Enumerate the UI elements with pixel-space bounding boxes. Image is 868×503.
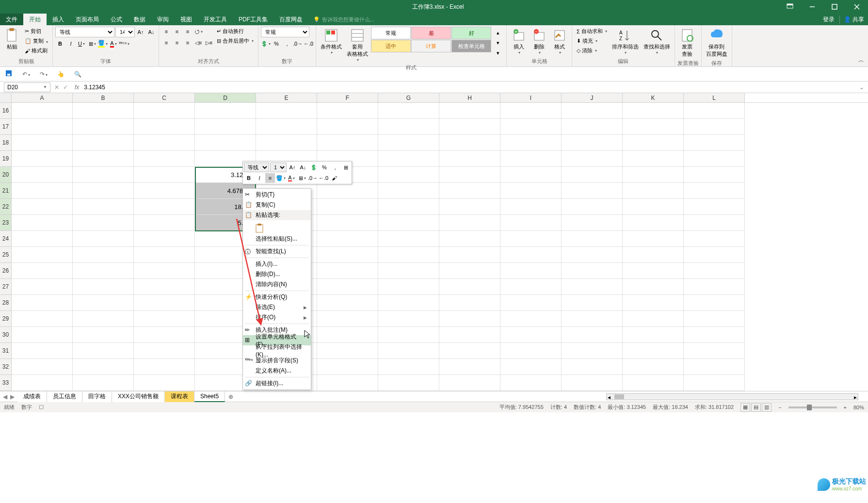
number-format-select[interactable]: 常规 <box>261 27 309 37</box>
delete-cells-button[interactable]: −删除 <box>530 27 549 56</box>
cell-G22[interactable] <box>378 199 439 215</box>
format-cells-button[interactable]: 格式 <box>550 27 569 56</box>
mini-currency-icon[interactable]: 💲 <box>309 162 319 172</box>
increase-indent-icon[interactable]: ▷≡ <box>204 38 214 48</box>
cell-C27[interactable] <box>134 279 195 295</box>
cell-A33[interactable] <box>12 375 73 391</box>
cell-L27[interactable] <box>684 279 745 295</box>
cell-L31[interactable] <box>684 343 745 359</box>
cell-A17[interactable] <box>12 119 73 135</box>
cell-K29[interactable] <box>623 311 684 327</box>
cell-B20[interactable] <box>73 167 134 183</box>
border-button[interactable]: ⊞ <box>87 39 97 49</box>
print-preview-icon[interactable]: 🔍 <box>74 71 81 78</box>
ctx-clear-contents[interactable]: 清除内容(N) <box>243 279 311 290</box>
row-header[interactable]: 21 <box>0 183 12 199</box>
cell-I26[interactable] <box>500 263 562 279</box>
name-box[interactable]: D20 ▼ <box>4 82 50 92</box>
row-header[interactable]: 29 <box>0 311 12 327</box>
decrease-decimal-icon[interactable]: ←.0 <box>304 39 313 49</box>
cell-K16[interactable] <box>623 103 684 119</box>
mini-border-icon[interactable]: ⊞ <box>297 173 307 183</box>
ctx-sort[interactable]: 排序(O)▶ <box>243 312 311 323</box>
cell-L30[interactable] <box>684 327 745 343</box>
menu-tab-data[interactable]: 数据 <box>128 14 151 25</box>
row-header[interactable]: 31 <box>0 343 12 359</box>
cell-C23[interactable] <box>134 215 195 231</box>
mini-format-icon[interactable]: ⊞ <box>341 162 351 172</box>
format-painter-button[interactable]: 🖌格式刷 <box>23 46 50 55</box>
cell-G30[interactable] <box>378 327 439 343</box>
decrease-font-icon[interactable]: A↓ <box>146 27 156 37</box>
touch-mode-icon[interactable]: 👆 <box>57 71 64 78</box>
cell-I33[interactable] <box>500 375 562 391</box>
cell-C18[interactable] <box>134 135 195 151</box>
cell-F17[interactable] <box>317 119 378 135</box>
cell-I22[interactable] <box>500 199 562 215</box>
cell-H23[interactable] <box>439 215 500 231</box>
menu-tab-review[interactable]: 审阅 <box>151 14 175 25</box>
mini-format-painter-icon[interactable]: 🖌 <box>329 173 339 183</box>
cell-I23[interactable] <box>500 215 562 231</box>
cell-K28[interactable] <box>623 295 684 311</box>
cell-K31[interactable] <box>623 343 684 359</box>
mini-increase-font-icon[interactable]: A↑ <box>288 162 297 172</box>
cell-C26[interactable] <box>134 263 195 279</box>
cell-B21[interactable] <box>73 183 134 199</box>
cell-F21[interactable] <box>317 183 378 199</box>
merge-center-button[interactable]: ⊟合并后居中 <box>215 36 256 46</box>
save-baidu-button[interactable]: 保存到 百度网盘 <box>704 27 729 59</box>
cell-K20[interactable] <box>623 167 684 183</box>
font-name-select[interactable]: 等线 <box>55 27 114 37</box>
style-check[interactable]: 检查单元格 <box>451 40 491 52</box>
cell-L17[interactable] <box>684 119 745 135</box>
sheet-tab[interactable]: 员工信息 <box>47 391 82 402</box>
cell-H24[interactable] <box>439 231 500 247</box>
cell-J23[interactable] <box>562 215 623 231</box>
horizontal-scrollbar[interactable]: ◂ ▸ <box>606 393 858 400</box>
cell-K18[interactable] <box>623 135 684 151</box>
view-page-layout-icon[interactable]: ▤ <box>751 403 761 412</box>
cell-B29[interactable] <box>73 311 134 327</box>
cell-H22[interactable] <box>439 199 500 215</box>
cell-G27[interactable] <box>378 279 439 295</box>
fx-icon[interactable]: fx <box>72 84 82 91</box>
cell-K30[interactable] <box>623 327 684 343</box>
cell-H19[interactable] <box>439 151 500 167</box>
cell-J16[interactable] <box>562 103 623 119</box>
cell-A28[interactable] <box>12 295 73 311</box>
invoice-button[interactable]: 发票 查验 <box>677 27 697 59</box>
cell-L20[interactable] <box>684 167 745 183</box>
style-bad[interactable]: 差 <box>411 27 451 39</box>
ctx-insert[interactable]: 插入(I)... <box>243 259 311 269</box>
ctx-from-dropdown[interactable]: 从下拉列表中选择(K)... <box>243 345 311 356</box>
cell-G26[interactable] <box>378 263 439 279</box>
login-link[interactable]: 登录 <box>818 16 839 24</box>
tab-nav-last-icon[interactable]: ▶ <box>10 393 15 400</box>
cell-F33[interactable] <box>317 375 378 391</box>
cell-H20[interactable] <box>439 167 500 183</box>
mini-fill-color-icon[interactable]: 🪣 <box>276 173 286 183</box>
cell-L19[interactable] <box>684 151 745 167</box>
cell-L18[interactable] <box>684 135 745 151</box>
cell-L24[interactable] <box>684 231 745 247</box>
zoom-slider[interactable] <box>788 406 837 408</box>
collapse-ribbon-icon[interactable]: ︿ <box>854 54 868 66</box>
sheet-tab[interactable]: XXX公司销售额 <box>112 391 165 402</box>
cell-B32[interactable] <box>73 359 134 375</box>
cell-J29[interactable] <box>562 311 623 327</box>
menu-file[interactable]: 文件 <box>0 14 23 25</box>
cell-L33[interactable] <box>684 375 745 391</box>
phonetic-button[interactable]: ᵂᵉⁿ <box>119 39 129 49</box>
add-sheet-icon[interactable]: ⊕ <box>225 393 237 400</box>
cell-A16[interactable] <box>12 103 73 119</box>
col-header[interactable]: E <box>256 93 317 102</box>
clear-button[interactable]: ◇清除 <box>575 46 609 55</box>
ribbon-options-icon[interactable] <box>779 0 801 14</box>
currency-icon[interactable]: 💲 <box>261 39 271 49</box>
ctx-paste-special[interactable]: 选择性粘贴(S)... <box>243 234 311 244</box>
cell-B25[interactable] <box>73 247 134 263</box>
cell-D17[interactable] <box>195 119 256 135</box>
select-all-corner[interactable] <box>0 93 12 102</box>
expand-formula-bar-icon[interactable]: ⌄ <box>855 84 868 91</box>
